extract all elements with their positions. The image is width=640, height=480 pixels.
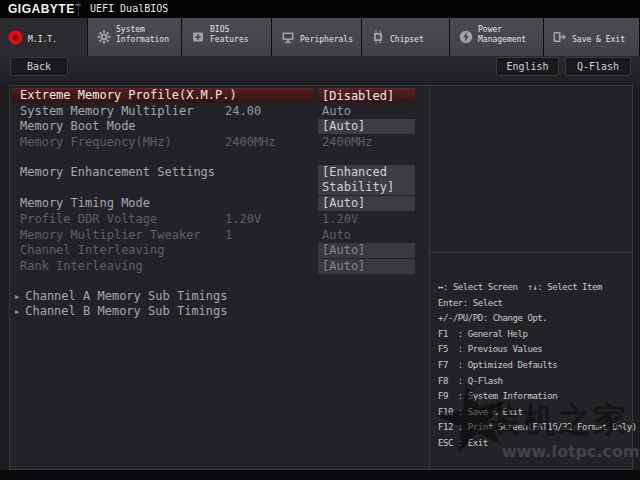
bios-chip-icon [190,30,205,45]
tab-bios-features[interactable]: BIOS Features [182,18,272,56]
help-line: ESC : Exit [438,436,628,452]
main-panel: Extreme Memory Profile(X.M.P.)[Disabled]… [9,85,633,470]
tab-label: System Information [116,25,169,49]
setting-current-value: 2400MHz [225,135,276,151]
help-line: F1 : General Help [438,327,628,343]
help-line: Enter: Select [438,296,628,312]
submenu-row[interactable]: ▶Channel B Memory Sub Timings [10,304,429,320]
tab-label: Peripherals [300,25,353,49]
setting-label: Extreme Memory Profile(X.M.P.) [10,88,237,102]
setting-value-box[interactable]: [Enhanced Stability] [318,165,415,195]
toolbar: Back English Q-Flash [0,56,640,85]
title-bar: GIGABYTE™ UEFI DualBIOS [0,0,640,18]
setting-label: Channel Interleaving [10,243,165,257]
setting-row[interactable]: Rank Interleaving[Auto] [10,259,429,275]
setting-value-box[interactable]: [Auto] [318,243,415,258]
setting-label: Channel B Memory Sub Timings [19,304,227,318]
tab-label: M.I.T. [28,25,57,49]
setting-value-box[interactable]: [Auto] [318,119,415,134]
save-exit-icon [552,30,567,45]
tab-label: Power Management [478,25,526,49]
setting-label: Memory Frequency(MHz) [10,135,172,149]
tab-save-exit[interactable]: Save & Exit [544,18,640,56]
settings-list: Extreme Memory Profile(X.M.P.)[Disabled]… [10,86,429,469]
submenu-arrow-icon: ▶ [10,290,19,306]
setting-row[interactable]: Memory Boot Mode[Auto] [10,119,429,135]
row-gap [10,275,429,289]
submenu-row[interactable]: ▶Channel A Memory Sub Timings [10,289,429,305]
setting-value-box[interactable]: [Disabled] [318,88,415,103]
setting-row[interactable]: Memory Multiplier Tweaker1Auto [10,228,429,244]
setting-label: Profile DDR Voltage [10,212,157,226]
tab-chipset[interactable]: Chipset [362,18,450,56]
help-line: F7 : Optimized Defaults [438,358,628,374]
help-line: ↔: Select Screen ↑↓: Select Item [438,280,628,296]
tab-label: BIOS Features [210,25,249,49]
row-gap [10,151,429,165]
right-column: ↔: Select Screen ↑↓: Select ItemEnter: S… [429,86,632,469]
bios-screen: GIGABYTE™ UEFI DualBIOS M.I.T.System Inf… [0,0,640,480]
help-line: F10 : Save & Exit [438,405,628,421]
tab-bar: M.I.T.System InformationBIOS FeaturesPer… [0,18,640,56]
help-line: F12 : Print Screen(FAT16/32 Format Only) [438,420,628,436]
tab-peripherals[interactable]: Peripherals [272,18,362,56]
tab-power-management[interactable]: Power Management [450,18,544,56]
help-list: ↔: Select Screen ↑↓: Select ItemEnter: S… [430,252,632,469]
qflash-button[interactable]: Q-Flash [565,57,631,76]
submenu-arrow-icon: ▶ [10,305,19,321]
setting-value-box[interactable]: [Auto] [318,196,415,211]
gear-icon [96,30,111,45]
setting-value: Auto [322,228,351,244]
firmware-title: UEFI DualBIOS [90,3,168,14]
help-line: F8 : Q-Flash [438,374,628,390]
setting-row[interactable]: Extreme Memory Profile(X.M.P.)[Disabled] [10,88,429,104]
setting-row[interactable]: Profile DDR Voltage1.20V1.20V [10,212,429,228]
setting-current-value: 24.00 [225,104,261,120]
back-button[interactable]: Back [10,57,68,76]
help-line: +/-/PU/PD: Change Opt. [438,311,628,327]
titlebar-divider [78,2,79,16]
tab-mit[interactable]: M.I.T. [0,18,88,56]
setting-value: 2400MHz [322,135,373,151]
setting-current-value: 1 [225,228,232,244]
setting-row[interactable]: Channel Interleaving[Auto] [10,243,429,259]
tab-label: Save & Exit [572,25,625,49]
setting-row[interactable]: Memory Enhancement Settings[Enhanced Sta… [10,165,429,196]
bottom-strip [0,470,640,480]
help-line: F5 : Previous Values [438,342,628,358]
setting-label: Channel A Memory Sub Timings [19,289,227,303]
setting-label: Memory Enhancement Settings [10,165,215,179]
gigabyte-logo: GIGABYTE™ [8,2,81,16]
tab-label: Chipset [390,25,424,49]
setting-label: Memory Timing Mode [10,196,150,210]
setting-label: Memory Boot Mode [10,119,136,133]
setting-row[interactable]: Memory Frequency(MHz)2400MHz2400MHz [10,135,429,151]
chipset-icon [370,30,385,45]
mit-led-icon [8,30,23,45]
setting-current-value: 1.20V [225,212,261,228]
setting-row[interactable]: Memory Timing Mode[Auto] [10,196,429,212]
setting-label: Memory Multiplier Tweaker [10,228,201,242]
language-button[interactable]: English [496,57,559,76]
setting-value: 1.20V [322,212,358,228]
setting-row[interactable]: System Memory Multiplier24.00Auto [10,104,429,120]
power-icon [458,30,473,45]
help-line: F9 : System Information [438,389,628,405]
setting-label: Rank Interleaving [10,259,143,273]
peripherals-icon [280,30,295,45]
tab-system-information[interactable]: System Information [88,18,182,56]
setting-value: Auto [322,104,351,120]
setting-label: System Memory Multiplier [10,104,193,118]
setting-value-box[interactable]: [Auto] [318,259,415,274]
